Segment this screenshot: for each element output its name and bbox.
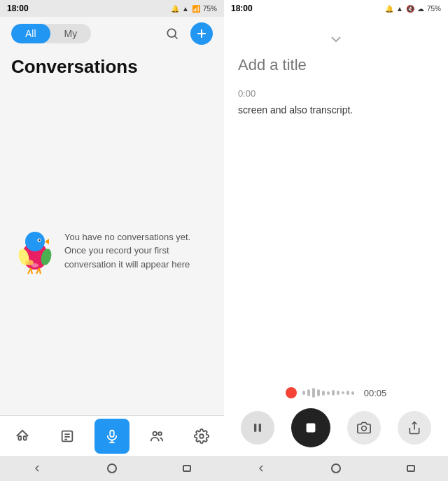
status-bar-left: 18:00 🔔 ▲ 📶 75%	[0, 0, 224, 17]
back-icon-left	[31, 463, 43, 474]
recents-button-left[interactable]	[181, 462, 193, 475]
status-time-right: 18:00	[231, 4, 253, 13]
svg-rect-18	[24, 436, 27, 440]
waveform-bar-4	[317, 389, 320, 396]
recording-timestamp: 0:00	[238, 88, 434, 99]
waveform-bar-6	[327, 391, 330, 395]
waveform-bar-7	[332, 390, 335, 396]
chevron-down-icon	[328, 31, 344, 48]
svg-point-26	[153, 431, 158, 435]
pause-icon	[251, 421, 265, 435]
system-nav-left	[0, 456, 224, 481]
people-icon	[149, 428, 164, 444]
svg-point-8	[38, 239, 40, 241]
svg-rect-31	[307, 424, 316, 433]
tab-all[interactable]: All	[11, 24, 50, 43]
page-title: Conversations	[0, 50, 224, 86]
svg-point-5	[25, 232, 45, 251]
recording-area: 00:05	[224, 379, 448, 456]
recording-timer: 00:05	[364, 388, 387, 398]
svg-point-28	[200, 434, 204, 438]
waveform-row: 00:05	[235, 387, 437, 398]
tab-my[interactable]: My	[50, 24, 92, 43]
svg-rect-30	[259, 424, 261, 432]
svg-point-32	[362, 426, 367, 431]
right-content: 0:00 screen and also transcript.	[224, 17, 448, 379]
stop-button[interactable]	[291, 408, 330, 447]
share-button[interactable]	[398, 411, 431, 445]
settings-icon	[194, 428, 209, 444]
nav-settings[interactable]	[184, 419, 219, 454]
waveform-bar-10	[346, 391, 349, 395]
status-bar-right: 18:00 🔔 ▲ 🔇 ☁ 75%	[224, 0, 448, 17]
tab-group: All My	[11, 24, 91, 43]
battery-text: 75%	[203, 5, 217, 13]
home-button-right[interactable]	[330, 462, 342, 475]
recents-icon-right	[407, 465, 415, 472]
back-button-left[interactable]	[31, 462, 43, 475]
pause-button[interactable]	[241, 411, 274, 445]
waveform-bars	[302, 388, 354, 398]
recents-icon	[183, 465, 191, 472]
waveform-bar-9	[342, 391, 344, 394]
waveform-bar-1	[302, 391, 305, 395]
share-icon	[407, 421, 421, 435]
home-circle-icon-right	[331, 463, 341, 473]
svg-rect-29	[254, 424, 256, 432]
home-circle-icon	[107, 463, 117, 473]
plus-icon	[195, 27, 209, 41]
record-indicator	[286, 387, 297, 398]
add-button[interactable]	[190, 22, 213, 45]
empty-state: You have no conversations yet. Once you …	[0, 86, 224, 415]
left-header: All My	[0, 17, 224, 50]
waveform-bar-2	[307, 389, 310, 396]
camera-icon	[357, 421, 371, 435]
mic-icon	[104, 428, 120, 444]
home-button-left[interactable]	[106, 462, 118, 475]
svg-point-27	[158, 432, 162, 435]
empty-state-inner: You have no conversations yet. Once you …	[14, 226, 203, 275]
svg-rect-23	[110, 430, 114, 436]
nav-home[interactable]	[5, 419, 40, 454]
waveform-bar-5	[322, 391, 325, 396]
battery-text-right: 75%	[427, 5, 441, 13]
bottom-nav	[0, 415, 224, 456]
svg-point-0	[167, 29, 176, 37]
svg-rect-17	[19, 436, 22, 440]
nav-notes[interactable]	[50, 419, 85, 454]
status-icons-left: 🔔 ▲ 📶 75%	[171, 5, 217, 13]
nav-contacts[interactable]	[139, 419, 174, 454]
waveform-bar-11	[351, 391, 354, 395]
notes-icon	[59, 428, 75, 444]
back-icon-right	[255, 463, 267, 474]
left-panel: 18:00 🔔 ▲ 📶 75% All My	[0, 0, 224, 481]
recents-button-right[interactable]	[405, 462, 417, 475]
home-icon	[15, 428, 30, 444]
waveform-bar-3	[312, 388, 315, 398]
status-icons-right: 🔔 ▲ 🔇 ☁ 75%	[385, 5, 441, 13]
svg-line-14	[39, 268, 41, 274]
system-nav-right	[224, 456, 448, 481]
svg-point-16	[31, 263, 38, 267]
stop-icon	[303, 420, 318, 435]
wifi-icon-right: ▲	[396, 5, 403, 13]
search-button[interactable]	[161, 22, 183, 45]
nav-record[interactable]	[94, 419, 130, 454]
notification-icon-right: 🔔	[385, 5, 393, 13]
signal-icon-right: 🔇	[406, 5, 414, 13]
cloud-icon: ☁	[417, 5, 424, 13]
bird-mascot-icon	[14, 226, 56, 275]
back-button-right[interactable]	[255, 462, 267, 475]
title-input[interactable]	[238, 56, 434, 74]
controls-row	[235, 408, 437, 447]
wifi-icon: ▲	[182, 5, 189, 13]
waveform-bar-8	[337, 391, 340, 395]
svg-marker-6	[45, 239, 49, 244]
search-icon	[165, 27, 179, 41]
signal-icon: 📶	[192, 5, 200, 13]
notification-icon: 🔔	[171, 5, 179, 13]
camera-button[interactable]	[347, 411, 381, 445]
chevron-area	[238, 28, 434, 56]
header-actions	[161, 22, 213, 45]
transcript-text: screen and also transcript.	[238, 103, 434, 118]
